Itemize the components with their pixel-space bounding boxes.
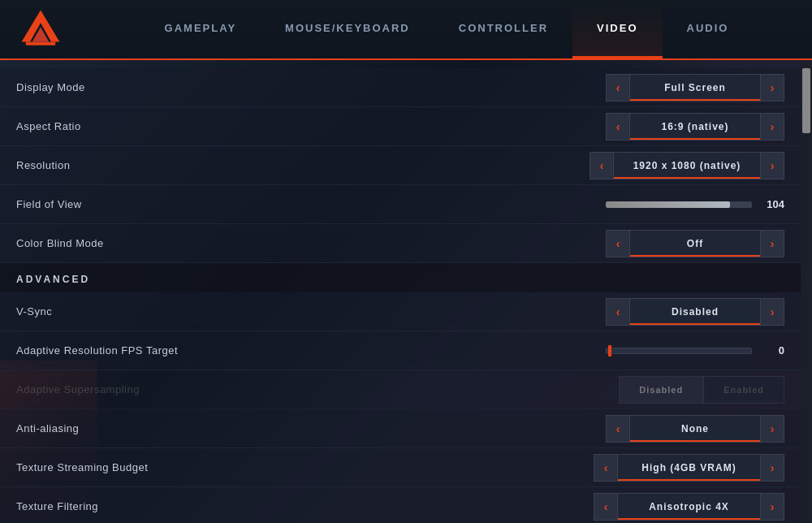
texture-filtering-selector: ‹ Anisotropic 4X › <box>594 493 784 521</box>
settings-panel[interactable]: Display Mode ‹ Full Screen › Aspect Rati… <box>0 60 801 523</box>
texture-filtering-row: Texture Filtering ‹ Anisotropic 4X › <box>0 487 801 523</box>
logo-area <box>0 0 81 58</box>
anti-aliasing-label: Anti-aliasing <box>16 422 606 434</box>
adaptive-fps-control: 0 <box>606 344 784 357</box>
aspect-ratio-prev[interactable]: ‹ <box>606 113 630 140</box>
tab-gameplay[interactable]: GAMEPLAY <box>140 0 261 58</box>
main-content: Display Mode ‹ Full Screen › Aspect Rati… <box>0 60 812 523</box>
vsync-value: Disabled <box>630 298 760 326</box>
aspect-ratio-control: ‹ 16:9 (native) › <box>606 113 784 140</box>
vsync-control: ‹ Disabled › <box>606 298 784 326</box>
resolution-value: 1920 x 1080 (native) <box>614 152 760 179</box>
display-mode-selector: ‹ Full Screen › <box>606 74 784 102</box>
fov-row: Field of View 104 <box>0 185 801 224</box>
scrollbar[interactable] <box>801 60 812 523</box>
color-blind-value: Off <box>630 230 760 257</box>
anti-aliasing-prev[interactable]: ‹ <box>606 415 630 443</box>
texture-filtering-next[interactable]: › <box>760 493 784 521</box>
resolution-control: ‹ 1920 x 1080 (native) › <box>590 152 784 179</box>
adaptive-fps-label: Adaptive Resolution FPS Target <box>16 344 606 357</box>
texture-streaming-next[interactable]: › <box>760 454 784 482</box>
aspect-ratio-label: Aspect Ratio <box>16 120 606 132</box>
texture-streaming-label: Texture Streaming Budget <box>16 461 594 473</box>
texture-streaming-prev[interactable]: ‹ <box>594 454 618 482</box>
resolution-row: Resolution ‹ 1920 x 1080 (native) › <box>0 146 801 185</box>
nav-tabs: GAMEPLAY MOUSE/KEYBOARD CONTROLLER VIDEO… <box>81 0 812 58</box>
tab-audio[interactable]: AUDIO <box>663 0 754 58</box>
texture-streaming-value: High (4GB VRAM) <box>618 454 760 482</box>
advanced-title: ADVANCED <box>16 274 90 285</box>
display-mode-next[interactable]: › <box>760 74 784 102</box>
adaptive-supersampling-enabled-btn: Enabled <box>703 376 784 404</box>
resolution-next[interactable]: › <box>760 152 784 179</box>
anti-aliasing-next[interactable]: › <box>760 415 784 443</box>
aspect-ratio-value: 16:9 (native) <box>630 113 760 140</box>
color-blind-row: Color Blind Mode ‹ Off › <box>0 224 801 263</box>
tab-video[interactable]: VIDEO <box>572 0 662 58</box>
header: GAMEPLAY MOUSE/KEYBOARD CONTROLLER VIDEO… <box>0 0 812 60</box>
scrollbar-thumb[interactable] <box>802 68 810 133</box>
texture-filtering-label: Texture Filtering <box>16 500 594 512</box>
texture-streaming-selector: ‹ High (4GB VRAM) › <box>594 454 784 482</box>
color-blind-selector: ‹ Off › <box>606 230 784 257</box>
aspect-ratio-selector: ‹ 16:9 (native) › <box>606 113 784 140</box>
vsync-prev[interactable]: ‹ <box>606 298 630 326</box>
resolution-selector: ‹ 1920 x 1080 (native) › <box>590 152 784 179</box>
aspect-ratio-next[interactable]: › <box>760 113 784 140</box>
resolution-label: Resolution <box>16 159 590 171</box>
svg-rect-2 <box>26 42 55 45</box>
adaptive-supersampling-control: Disabled Enabled <box>619 376 784 404</box>
display-mode-value: Full Screen <box>630 74 760 102</box>
color-blind-control: ‹ Off › <box>606 230 784 257</box>
tab-mouse-keyboard[interactable]: MOUSE/KEYBOARD <box>261 0 434 58</box>
resolution-prev[interactable]: ‹ <box>590 152 614 179</box>
tab-controller[interactable]: CONTROLLER <box>434 0 572 58</box>
anti-aliasing-control: ‹ None › <box>606 415 784 443</box>
texture-streaming-control: ‹ High (4GB VRAM) › <box>594 454 784 482</box>
fov-value: 104 <box>760 198 784 210</box>
fov-label: Field of View <box>16 198 606 210</box>
apex-logo-icon <box>19 8 62 50</box>
fov-slider-fill <box>606 201 730 208</box>
texture-filtering-control: ‹ Anisotropic 4X › <box>594 493 784 521</box>
display-mode-row: Display Mode ‹ Full Screen › <box>0 68 801 107</box>
display-mode-control: ‹ Full Screen › <box>606 74 784 102</box>
anti-aliasing-selector: ‹ None › <box>606 415 784 443</box>
aspect-ratio-row: Aspect Ratio ‹ 16:9 (native) › <box>0 107 801 146</box>
fov-slider-track[interactable] <box>606 201 752 208</box>
anti-aliasing-row: Anti-aliasing ‹ None › <box>0 409 801 448</box>
adaptive-fps-marker <box>608 345 611 357</box>
display-mode-label: Display Mode <box>16 81 606 93</box>
texture-filtering-prev[interactable]: ‹ <box>594 493 618 521</box>
adaptive-supersampling-label: Adaptive Supersampling <box>16 383 619 395</box>
vsync-row: V-Sync ‹ Disabled › <box>0 292 801 331</box>
vsync-next[interactable]: › <box>760 298 784 326</box>
color-blind-prev[interactable]: ‹ <box>606 230 630 257</box>
adaptive-supersampling-row: Adaptive Supersampling Disabled Enabled <box>0 370 801 409</box>
anti-aliasing-value: None <box>630 415 760 443</box>
fov-control: 104 <box>606 198 784 210</box>
texture-streaming-row: Texture Streaming Budget ‹ High (4GB VRA… <box>0 448 801 487</box>
vsync-selector: ‹ Disabled › <box>606 298 784 326</box>
color-blind-next[interactable]: › <box>760 230 784 257</box>
adaptive-fps-slider[interactable] <box>606 348 752 354</box>
advanced-section-header: ADVANCED <box>0 263 801 292</box>
adaptive-fps-row: Adaptive Resolution FPS Target 0 <box>0 331 801 370</box>
texture-filtering-value: Anisotropic 4X <box>618 493 760 521</box>
adaptive-supersampling-disabled-btn: Disabled <box>619 376 703 404</box>
color-blind-label: Color Blind Mode <box>16 237 606 249</box>
adaptive-supersampling-toggle: Disabled Enabled <box>619 376 784 404</box>
adaptive-fps-value: 0 <box>760 344 784 357</box>
display-mode-prev[interactable]: ‹ <box>606 74 630 102</box>
vsync-label: V-Sync <box>16 305 606 318</box>
